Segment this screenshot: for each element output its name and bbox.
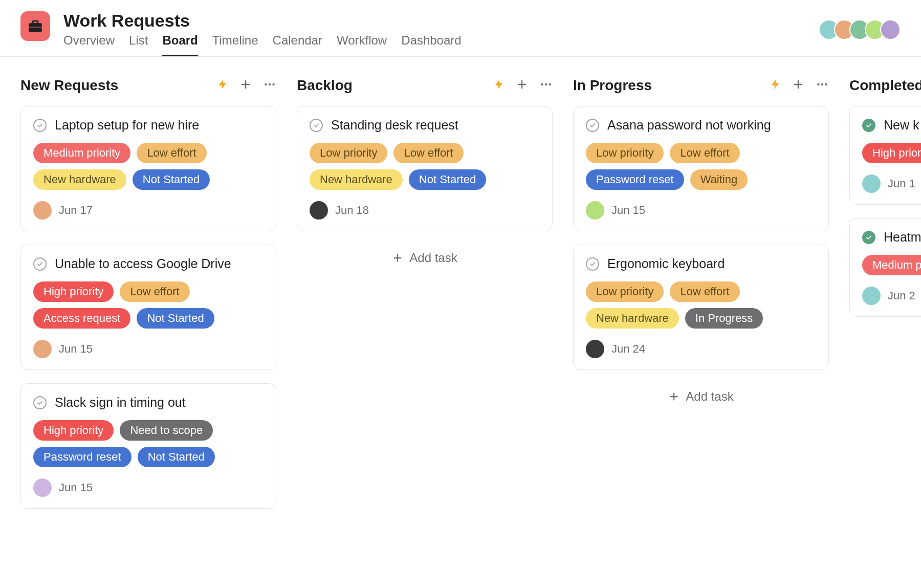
task-tags: Medium priorityNew software: [862, 255, 921, 275]
task-card[interactable]: Slack sign in timing outHigh priorityNee…: [20, 383, 276, 509]
more-icon[interactable]: [816, 78, 829, 93]
assignee-avatar[interactable]: [33, 340, 52, 358]
column-title: Completed: [849, 77, 921, 94]
tag[interactable]: High priority: [33, 281, 114, 302]
task-tags: High priorityNeed to scopePassword reset…: [33, 420, 264, 467]
add-card-icon[interactable]: [792, 78, 804, 93]
task-tags: High priorityLow effortAccess requestNot…: [33, 281, 264, 329]
assignee-avatar[interactable]: [33, 201, 52, 220]
tag[interactable]: Low priority: [586, 281, 664, 302]
task-card[interactable]: Asana password not workingLow priorityLo…: [573, 106, 829, 231]
task-title: Asana password not working: [607, 118, 771, 133]
task-title: New k: [884, 118, 919, 133]
tab-workflow[interactable]: Workflow: [337, 33, 387, 56]
task-card[interactable]: New kHigh priorityNew hardwareJun 1: [849, 106, 921, 205]
task-card[interactable]: Laptop setup for new hireMedium priority…: [20, 106, 276, 231]
add-task-button[interactable]: Add task: [573, 383, 829, 410]
more-icon[interactable]: [539, 78, 553, 93]
add-task-button[interactable]: Add task: [297, 245, 553, 271]
task-title: Ergonomic keyboard: [607, 256, 725, 271]
tag[interactable]: Waiting: [690, 169, 748, 190]
check-circle-icon[interactable]: [33, 396, 47, 409]
due-date: Jun 15: [59, 481, 93, 494]
task-tags: Low priorityLow effortNew hardwareIn Pro…: [586, 281, 816, 329]
tag[interactable]: High priority: [33, 420, 114, 441]
tag[interactable]: Low effort: [393, 143, 463, 163]
column-actions: [217, 78, 276, 93]
tag[interactable]: Low priority: [586, 143, 664, 163]
tag[interactable]: Not Started: [409, 169, 486, 190]
task-card[interactable]: Standing desk requestLow priorityLow eff…: [297, 106, 553, 231]
task-card[interactable]: HeatmMedium priorityNew softwareJun 2: [849, 218, 921, 317]
task-footer: Jun 15: [33, 340, 264, 358]
bolt-icon[interactable]: [493, 79, 505, 92]
task-tags: Low priorityLow effortNew hardwareNot St…: [310, 143, 540, 190]
tag[interactable]: Access request: [33, 308, 130, 329]
check-circle-icon[interactable]: [33, 257, 47, 271]
project-members[interactable]: [824, 19, 901, 40]
due-date: Jun 2: [888, 289, 915, 302]
add-task-label: Add task: [686, 389, 733, 404]
assignee-avatar[interactable]: [586, 201, 604, 220]
assignee-avatar[interactable]: [310, 201, 328, 220]
member-avatar[interactable]: [880, 19, 901, 40]
tag[interactable]: Not Started: [138, 447, 215, 467]
assignee-avatar[interactable]: [586, 340, 604, 358]
tag[interactable]: Low effort: [670, 281, 739, 302]
check-circle-icon[interactable]: [586, 119, 599, 132]
check-complete-icon[interactable]: [862, 119, 875, 132]
tag[interactable]: New hardware: [33, 169, 126, 190]
check-circle-icon[interactable]: [586, 257, 599, 271]
tag[interactable]: Medium priority: [33, 143, 130, 163]
due-date: Jun 24: [611, 342, 645, 356]
tab-dashboard[interactable]: Dashboard: [401, 33, 461, 56]
task-tags: High priorityNew hardware: [862, 143, 921, 163]
tag[interactable]: Not Started: [133, 169, 210, 190]
task-footer: Jun 2: [862, 287, 921, 305]
task-footer: Jun 24: [586, 340, 816, 358]
task-tags: Medium priorityLow effortNew hardwareNot…: [33, 143, 264, 190]
check-complete-icon[interactable]: [862, 231, 875, 244]
tag[interactable]: High priority: [862, 143, 921, 163]
check-circle-icon[interactable]: [310, 119, 323, 132]
column-header: Backlog: [297, 77, 553, 94]
add-card-icon[interactable]: [239, 78, 252, 93]
svg-point-4: [269, 83, 271, 85]
tag[interactable]: Password reset: [586, 169, 684, 190]
add-card-icon[interactable]: [516, 78, 528, 93]
column: New RequestsLaptop setup for new hireMed…: [20, 77, 276, 522]
assignee-avatar[interactable]: [33, 478, 52, 497]
tag[interactable]: Need to scope: [120, 420, 213, 441]
tag[interactable]: Not Started: [137, 308, 214, 329]
tag[interactable]: Medium priority: [862, 255, 921, 275]
tag[interactable]: Low priority: [310, 143, 387, 163]
due-date: Jun 15: [59, 342, 93, 356]
tab-overview[interactable]: Overview: [63, 33, 115, 56]
column-title: New Requests: [20, 77, 217, 94]
tab-calendar[interactable]: Calendar: [273, 33, 322, 56]
project-icon: [20, 11, 50, 41]
tag[interactable]: Password reset: [33, 447, 131, 467]
more-icon[interactable]: [263, 78, 276, 93]
task-card[interactable]: Ergonomic keyboardLow priorityLow effort…: [573, 245, 829, 370]
check-circle-icon[interactable]: [33, 119, 47, 132]
column: CompletedNew kHigh priorityNew hardwareJ…: [849, 77, 921, 522]
tag[interactable]: In Progress: [685, 308, 763, 329]
project-tabs: OverviewListBoardTimelineCalendarWorkflo…: [63, 33, 901, 56]
tab-timeline[interactable]: Timeline: [212, 33, 258, 56]
tag[interactable]: Low effort: [137, 143, 206, 163]
assignee-avatar[interactable]: [862, 175, 881, 193]
task-footer: Jun 15: [33, 478, 264, 497]
svg-rect-2: [29, 27, 42, 27]
due-date: Jun 18: [335, 204, 369, 217]
task-card[interactable]: Unable to access Google DriveHigh priori…: [20, 245, 276, 370]
tag[interactable]: New hardware: [310, 169, 403, 190]
tab-board[interactable]: Board: [162, 33, 198, 56]
bolt-icon[interactable]: [770, 79, 781, 92]
tag[interactable]: Low effort: [670, 143, 739, 163]
assignee-avatar[interactable]: [862, 287, 881, 305]
bolt-icon[interactable]: [217, 79, 228, 92]
tag[interactable]: New hardware: [586, 308, 679, 329]
tab-list[interactable]: List: [129, 33, 148, 56]
tag[interactable]: Low effort: [120, 281, 189, 302]
